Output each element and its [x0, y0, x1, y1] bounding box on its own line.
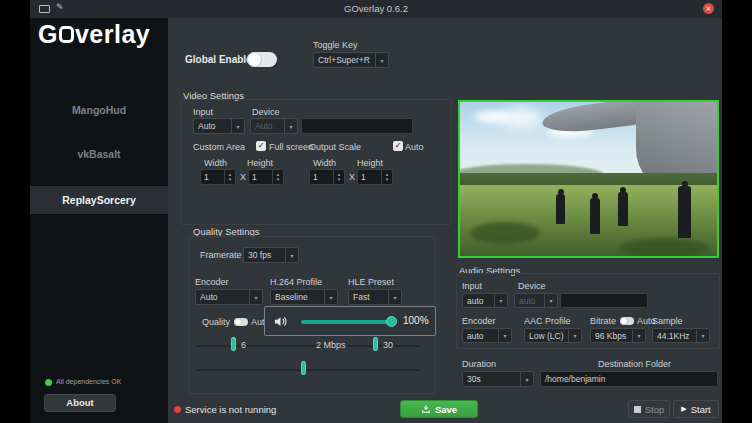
chevron-down-icon — [375, 53, 388, 67]
spinner-arrows-icon[interactable] — [272, 170, 283, 184]
full-screen-checkbox[interactable] — [256, 141, 266, 151]
bitrate-slider-track[interactable] — [196, 369, 420, 371]
custom-width-stepper[interactable]: 1 — [200, 169, 236, 185]
play-icon — [681, 405, 686, 413]
audio-input-select[interactable]: auto — [462, 293, 508, 308]
audio-encoder-value: auto — [463, 331, 498, 341]
audio-device-field[interactable] — [560, 293, 648, 308]
audio-bitrate-select[interactable]: 96 Kbps — [590, 328, 646, 343]
preview-character — [678, 186, 691, 238]
sidebar-item-mangohud[interactable]: MangoHud — [30, 96, 168, 124]
sample-rate-select[interactable]: 44.1KHz — [652, 328, 710, 343]
toggle-knob — [247, 52, 262, 67]
quality-range-min-value: 6 — [241, 340, 246, 350]
toggle-knob — [620, 317, 628, 325]
scale-height-value: 1 — [358, 170, 381, 184]
service-status-dot — [174, 406, 181, 413]
chevron-down-icon — [568, 329, 581, 342]
close-icon[interactable] — [703, 3, 714, 14]
duration-select[interactable]: 30s — [462, 371, 534, 387]
framerate-label: Framerate — [200, 250, 242, 260]
encoder-label: Encoder — [195, 277, 229, 287]
quality-auto-toggle[interactable] — [234, 318, 248, 326]
toggle-key-label: Toggle Key — [313, 40, 358, 50]
destination-folder-label: Destination Folder — [598, 359, 671, 369]
app-logo: Gverlay — [38, 20, 150, 49]
chevron-down-icon — [520, 372, 533, 386]
volume-popup: 100% — [264, 306, 436, 336]
chevron-down-icon — [285, 248, 298, 262]
volume-slider-handle[interactable] — [386, 316, 397, 327]
save-button[interactable]: Save — [400, 400, 478, 418]
toggle-key-select[interactable]: Ctrl+Super+R — [313, 52, 389, 68]
dependency-status-dot — [45, 379, 52, 386]
chevron-down-icon — [544, 294, 557, 307]
quality-range-min-handle[interactable] — [231, 337, 236, 351]
video-input-select[interactable]: Auto — [193, 118, 245, 134]
custom-width-value: 1 — [201, 170, 224, 184]
custom-height-stepper[interactable]: 1 — [248, 169, 284, 185]
screen: GOverlay 0.6.2 Gverlay MangoHud vkBasalt… — [0, 0, 752, 423]
scale-width-stepper[interactable]: 1 — [309, 169, 345, 185]
audio-encoder-select[interactable]: auto — [462, 328, 512, 343]
sample-rate-value: 44.1KHz — [653, 331, 696, 341]
output-scale-auto-label: Auto — [405, 142, 424, 152]
game-preview — [458, 100, 719, 258]
bitrate-slider-handle[interactable] — [301, 361, 306, 375]
logo-text-g: G — [38, 20, 58, 48]
bitrate-value-label: 2 Mbps — [316, 340, 346, 350]
custom-height-label: Height — [247, 158, 273, 168]
scale-height-label: Height — [357, 158, 383, 168]
stop-button[interactable]: Stop — [628, 400, 670, 418]
global-enable-label: Global Enable — [185, 54, 252, 65]
h264-profile-label: H.264 Profile — [270, 277, 322, 287]
start-button[interactable]: Start — [673, 400, 719, 418]
volume-slider-track[interactable] — [301, 320, 391, 324]
video-device-value: Auto — [251, 121, 284, 131]
hle-preset-select[interactable]: Fast — [348, 289, 402, 305]
global-enable-toggle[interactable] — [247, 52, 277, 67]
scale-width-label: Width — [313, 158, 336, 168]
chevron-down-icon — [696, 329, 709, 342]
spinner-arrows-icon[interactable] — [381, 170, 392, 184]
stop-icon — [634, 406, 641, 413]
logo-monitor-icon — [59, 26, 74, 43]
custom-area-label: Custom Area — [193, 142, 245, 152]
audio-bitrate-label: Bitrate — [590, 316, 616, 326]
about-button[interactable]: About — [44, 394, 116, 412]
output-scale-auto-checkbox[interactable] — [393, 141, 403, 151]
sidebar-item-vkbasalt[interactable]: vkBasalt — [30, 140, 168, 168]
audio-device-label: Device — [518, 281, 546, 291]
encoder-select[interactable]: Auto — [195, 289, 263, 305]
sidebar-item-replaysorcery[interactable]: ReplaySorcery — [30, 186, 168, 214]
scale-size-separator: X — [349, 172, 355, 182]
start-button-label: Start — [691, 404, 711, 415]
video-input-value: Auto — [194, 121, 231, 131]
custom-height-value: 1 — [249, 170, 272, 184]
custom-width-label: Width — [204, 158, 227, 168]
framerate-select[interactable]: 30 fps — [243, 247, 299, 263]
chevron-down-icon — [632, 329, 645, 342]
spinner-arrows-icon[interactable] — [333, 170, 344, 184]
logo-text-rest: verlay — [75, 20, 150, 48]
scale-height-stepper[interactable]: 1 — [357, 169, 393, 185]
quality-range-max-handle[interactable] — [373, 337, 378, 351]
destination-folder-field[interactable]: /home/benjamin — [540, 371, 718, 387]
quality-range-max-value: 30 — [383, 340, 393, 350]
preview-character — [590, 198, 600, 234]
bitrate-auto-toggle[interactable] — [620, 317, 634, 325]
quality-label: Quality — [202, 317, 230, 327]
sidebar: Gverlay MangoHud vkBasalt ReplaySorcery … — [30, 18, 168, 423]
preview-grass-shadow — [619, 238, 709, 258]
toggle-key-value: Ctrl+Super+R — [314, 55, 375, 65]
aac-profile-select[interactable]: Low (LC) — [524, 328, 582, 343]
chevron-down-icon — [284, 119, 297, 133]
audio-input-value: auto — [463, 296, 494, 306]
h264-profile-select[interactable]: Baseline — [270, 289, 338, 305]
audio-device-value: auto — [515, 296, 544, 306]
video-device-field[interactable] — [301, 118, 413, 134]
audio-bitrate-value: 96 Kbps — [591, 331, 632, 341]
chevron-down-icon — [249, 290, 262, 304]
toggle-knob — [234, 318, 242, 326]
spinner-arrows-icon[interactable] — [224, 170, 235, 184]
